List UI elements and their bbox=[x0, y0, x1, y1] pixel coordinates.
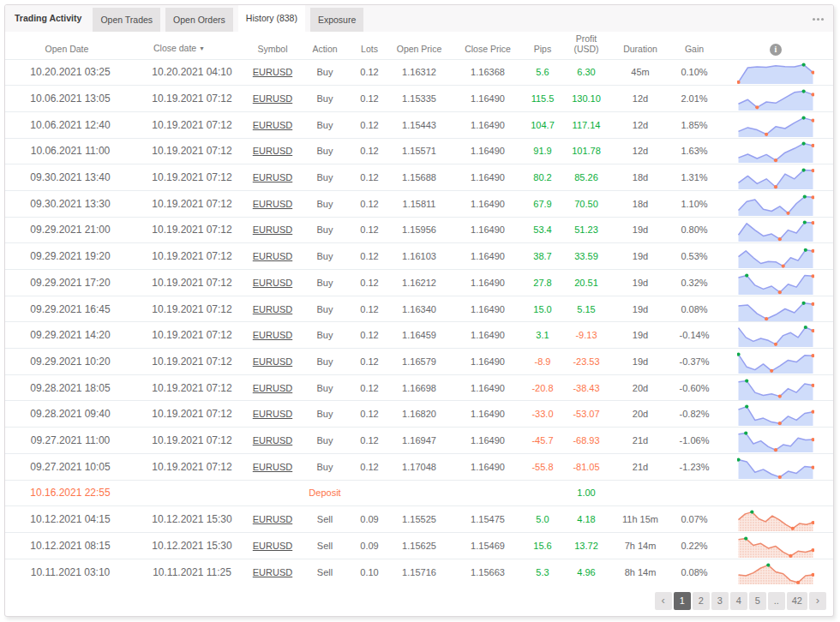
col-duration[interactable]: Duration bbox=[610, 32, 670, 59]
cell-close-price: 1.16490 bbox=[453, 217, 523, 243]
cell-open-price: 1.15956 bbox=[386, 217, 453, 243]
cell-pips: 91.9 bbox=[523, 138, 562, 164]
info-icon[interactable]: i bbox=[770, 44, 782, 56]
cell-symbol: EURUSD bbox=[249, 111, 297, 138]
col-symbol[interactable]: Symbol bbox=[249, 32, 297, 59]
cell-duration: 19d bbox=[610, 349, 670, 375]
cell-open-price: 1.15335 bbox=[386, 86, 453, 112]
trading-activity-widget: Trading Activity Open Trades Open Orders… bbox=[4, 4, 834, 617]
page-button-5[interactable]: 5 bbox=[749, 592, 766, 610]
col-open-price[interactable]: Open Price bbox=[386, 32, 453, 59]
col-gain[interactable]: Gain bbox=[670, 32, 718, 59]
cell-symbol: EURUSD bbox=[249, 296, 297, 322]
cell-open-price: 1.16698 bbox=[386, 374, 453, 401]
symbol-link[interactable]: EURUSD bbox=[253, 383, 292, 393]
col-lots[interactable]: Lots bbox=[353, 32, 386, 59]
symbol-link[interactable]: EURUSD bbox=[253, 567, 292, 577]
cell-duration: 19d bbox=[610, 296, 670, 322]
cell-action: Buy bbox=[297, 428, 353, 454]
symbol-link[interactable]: EURUSD bbox=[253, 462, 292, 472]
trade-row: 09.29.2021 16:4510.19.2021 07:12EURUSDBu… bbox=[5, 296, 833, 322]
cell-gain: -0.60% bbox=[670, 374, 718, 401]
cell-action: Sell bbox=[297, 506, 353, 533]
page-button-ellipsis[interactable]: .. bbox=[768, 592, 785, 610]
tab-exposure[interactable]: Exposure bbox=[310, 8, 363, 32]
cell-duration: 19d bbox=[610, 270, 670, 296]
cell-chart bbox=[718, 374, 833, 401]
symbol-link[interactable]: EURUSD bbox=[253, 172, 292, 182]
page-button-3[interactable]: 3 bbox=[711, 592, 729, 610]
trade-row: 10.12.2021 08:1510.12.2021 15:30EURUSDSe… bbox=[5, 532, 833, 559]
cell-pips: -20.8 bbox=[523, 374, 562, 401]
col-close-price[interactable]: Close Price bbox=[453, 32, 523, 59]
symbol-link[interactable]: EURUSD bbox=[253, 278, 292, 288]
cell-lots: 0.12 bbox=[353, 111, 386, 138]
col-action[interactable]: Action bbox=[297, 32, 353, 59]
cell-duration: 11h 15m bbox=[610, 506, 670, 533]
cell-gain: -0.82% bbox=[670, 401, 718, 428]
cell-action: Buy bbox=[297, 401, 353, 428]
cell-lots: 0.12 bbox=[353, 296, 386, 322]
cell-chart bbox=[718, 322, 833, 349]
symbol-link[interactable]: EURUSD bbox=[253, 304, 292, 314]
cell-duration: 20d bbox=[610, 401, 670, 428]
tab-open-orders[interactable]: Open Orders bbox=[165, 8, 233, 32]
symbol-link[interactable]: EURUSD bbox=[253, 93, 292, 104]
symbol-link[interactable]: EURUSD bbox=[253, 120, 292, 130]
cell-open-price: 1.16340 bbox=[386, 296, 453, 322]
sell-sparkline-chart bbox=[737, 535, 814, 558]
cell-gain: 0.80% bbox=[670, 217, 718, 243]
page-button-2[interactable]: 2 bbox=[693, 592, 710, 610]
col-chart: i bbox=[718, 32, 833, 59]
cell-symbol: EURUSD bbox=[249, 164, 297, 191]
buy-sparkline-chart bbox=[737, 404, 814, 426]
symbol-link[interactable]: EURUSD bbox=[253, 541, 292, 551]
cell-lots: 0.12 bbox=[353, 270, 386, 296]
cell-action: Buy bbox=[297, 453, 353, 480]
cell-close-price: 1.16490 bbox=[453, 243, 523, 270]
cell-close-date: 10.11.2021 11:25 bbox=[135, 559, 249, 585]
buy-sparkline-chart bbox=[737, 351, 814, 374]
symbol-link[interactable]: EURUSD bbox=[253, 409, 292, 419]
cell-lots bbox=[353, 480, 386, 506]
symbol-link[interactable]: EURUSD bbox=[253, 435, 292, 446]
tab-open-trades[interactable]: Open Trades bbox=[93, 8, 160, 32]
col-close-date[interactable]: Close date ▼ bbox=[135, 32, 249, 59]
cell-open-date: 10.16.2021 22:55 bbox=[5, 480, 135, 506]
cell-action: Buy bbox=[297, 322, 353, 349]
cell-symbol: EURUSD bbox=[249, 532, 297, 559]
symbol-link[interactable]: EURUSD bbox=[253, 251, 292, 261]
cell-lots: 0.09 bbox=[353, 532, 386, 559]
page-next-button[interactable]: › bbox=[809, 592, 826, 610]
tab-bar: Trading Activity Open Trades Open Orders… bbox=[5, 5, 833, 32]
ellipsis-menu-icon[interactable] bbox=[802, 5, 833, 32]
col-pips[interactable]: Pips bbox=[523, 32, 562, 59]
page-button-1[interactable]: 1 bbox=[674, 592, 691, 610]
col-profit[interactable]: Profit(USD) bbox=[562, 32, 610, 59]
cell-lots: 0.12 bbox=[353, 190, 386, 217]
symbol-link[interactable]: EURUSD bbox=[253, 514, 292, 524]
cell-action: Buy bbox=[297, 349, 353, 375]
page-button-4[interactable]: 4 bbox=[730, 592, 747, 610]
cell-pips: 5.6 bbox=[523, 59, 562, 86]
cell-profit: -23.53 bbox=[562, 349, 610, 375]
symbol-link[interactable]: EURUSD bbox=[253, 224, 292, 235]
buy-sparkline-chart bbox=[737, 88, 814, 111]
col-open-date[interactable]: Open Date bbox=[5, 32, 135, 59]
cell-lots: 0.12 bbox=[353, 138, 386, 164]
buy-sparkline-chart bbox=[737, 219, 814, 242]
cell-action: Buy bbox=[297, 374, 353, 401]
tab-history[interactable]: History (838) bbox=[238, 5, 305, 32]
cell-pips: -55.8 bbox=[523, 453, 562, 480]
page-prev-button[interactable]: ‹ bbox=[655, 592, 672, 610]
symbol-link[interactable]: EURUSD bbox=[253, 146, 292, 156]
cell-chart bbox=[718, 270, 833, 296]
page-button-42[interactable]: 42 bbox=[787, 592, 807, 610]
cell-close-date: 10.12.2021 15:30 bbox=[135, 506, 249, 533]
cell-chart bbox=[718, 559, 833, 585]
cell-duration: 8h 14m bbox=[610, 559, 670, 585]
symbol-link[interactable]: EURUSD bbox=[253, 67, 292, 77]
symbol-link[interactable]: EURUSD bbox=[253, 199, 292, 209]
symbol-link[interactable]: EURUSD bbox=[253, 330, 292, 340]
symbol-link[interactable]: EURUSD bbox=[253, 356, 292, 367]
